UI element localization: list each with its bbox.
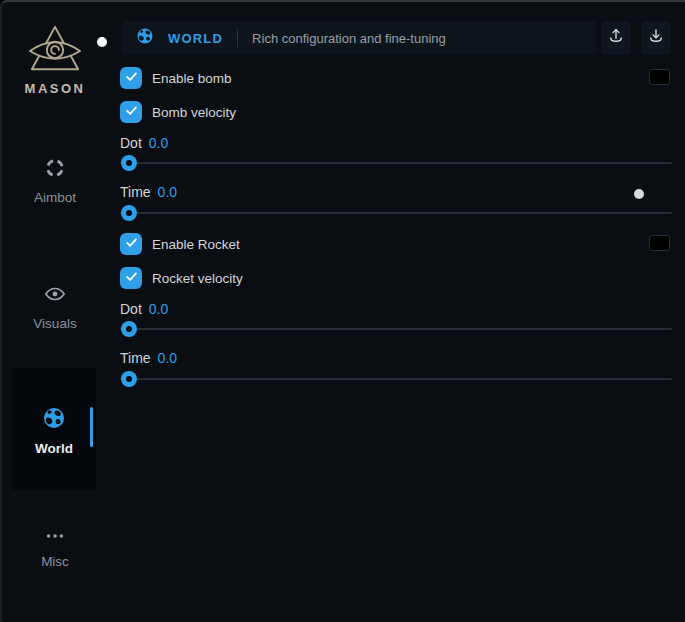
rocket-time-value: 0.0 xyxy=(158,350,177,366)
rocket-velocity-row: Rocket velocity xyxy=(120,267,243,289)
ellipsis-icon xyxy=(44,529,66,546)
rocket-time-slider[interactable] xyxy=(120,371,672,387)
bomb-velocity-label: Bomb velocity xyxy=(152,105,236,120)
bomb-dot-slider[interactable] xyxy=(120,155,672,171)
crosshair-icon xyxy=(44,157,66,182)
app-window: MASON Aimbot Visuals xyxy=(0,0,685,622)
sidebar-item-world[interactable]: World xyxy=(12,368,96,490)
slider-track xyxy=(120,162,672,164)
bomb-color-swatch[interactable] xyxy=(649,69,670,85)
slider-thumb[interactable] xyxy=(121,155,137,171)
bomb-time-slider[interactable] xyxy=(120,205,672,221)
page-title: WORLD xyxy=(168,31,223,46)
sidebar-item-label: Visuals xyxy=(33,316,76,331)
checkmark-icon xyxy=(124,103,139,122)
sidebar-item-label: Aimbot xyxy=(34,190,76,205)
checkmark-icon xyxy=(124,269,139,288)
checkmark-icon xyxy=(124,235,139,254)
brand-name: MASON xyxy=(2,81,108,96)
bomb-time-label: Time 0.0 xyxy=(120,184,177,200)
enable-bomb-row: Enable bomb xyxy=(120,67,232,89)
cursor-dot xyxy=(634,189,644,199)
enable-bomb-label: Enable bomb xyxy=(152,71,232,86)
rocket-velocity-label: Rocket velocity xyxy=(152,271,243,286)
enable-rocket-row: Enable Rocket xyxy=(120,233,240,255)
bomb-time-value: 0.0 xyxy=(158,184,177,200)
slider-thumb[interactable] xyxy=(121,321,137,337)
bomb-velocity-checkbox[interactable] xyxy=(120,101,142,123)
enable-rocket-label: Enable Rocket xyxy=(152,237,240,252)
import-config-button[interactable] xyxy=(601,21,631,55)
bomb-velocity-row: Bomb velocity xyxy=(120,101,236,123)
brand-logo: MASON xyxy=(2,24,108,96)
rocket-velocity-checkbox[interactable] xyxy=(120,267,142,289)
slider-thumb[interactable] xyxy=(121,205,137,221)
sidebar-item-label: World xyxy=(35,441,73,456)
eye-icon xyxy=(44,283,66,308)
cursor-dot xyxy=(97,37,107,47)
slider-thumb[interactable] xyxy=(121,371,137,387)
sidebar-item-aimbot[interactable]: Aimbot xyxy=(2,157,108,205)
slider-track xyxy=(120,328,672,330)
globe-icon xyxy=(42,406,66,433)
checkmark-icon xyxy=(124,69,139,88)
rocket-time-label: Time 0.0 xyxy=(120,350,177,366)
rocket-color-swatch[interactable] xyxy=(649,235,670,251)
rocket-dot-value: 0.0 xyxy=(149,301,168,317)
upload-icon xyxy=(607,27,625,49)
download-icon xyxy=(647,27,665,49)
mason-eye-triangle-logo-icon xyxy=(2,24,108,76)
rocket-dot-label: Dot 0.0 xyxy=(120,301,168,317)
bomb-dot-value: 0.0 xyxy=(149,135,168,151)
slider-track xyxy=(120,212,672,214)
bomb-dot-label: Dot 0.0 xyxy=(120,135,168,151)
slider-track xyxy=(120,378,672,380)
enable-rocket-checkbox[interactable] xyxy=(120,233,142,255)
active-tab-indicator xyxy=(90,407,93,447)
header-divider xyxy=(237,29,238,47)
globe-icon xyxy=(136,27,154,49)
enable-bomb-checkbox[interactable] xyxy=(120,67,142,89)
page-header: WORLD Rich configuration and fine-tuning xyxy=(122,21,596,55)
export-config-button[interactable] xyxy=(641,21,671,55)
page-subtitle: Rich configuration and fine-tuning xyxy=(252,31,446,46)
sidebar-item-label: Misc xyxy=(41,554,69,569)
sidebar-item-misc[interactable]: Misc xyxy=(2,529,108,569)
sidebar-item-visuals[interactable]: Visuals xyxy=(2,283,108,331)
rocket-dot-slider[interactable] xyxy=(120,321,672,337)
